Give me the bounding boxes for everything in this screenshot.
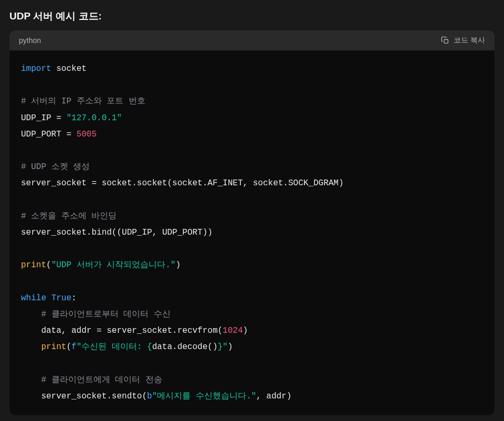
- section-heading: UDP 서버 예시 코드:: [9, 9, 495, 23]
- code-token: import: [21, 64, 51, 73]
- code-token: "UDP 서버가 시작되었습니다.": [51, 260, 176, 270]
- code-token: data.decode(): [152, 342, 218, 352]
- code-header: python 코드 복사: [9, 30, 495, 50]
- code-token: socket: [172, 178, 203, 188]
- code-token: ,: [152, 228, 162, 237]
- copy-code-button[interactable]: 코드 복사: [441, 36, 485, 45]
- code-token: UDP_PORT: [162, 228, 203, 237]
- code-token: data: [41, 326, 61, 335]
- code-token: "수신된 데이터:: [77, 342, 147, 352]
- code-token: ,: [243, 178, 253, 188]
- code-token: "127.0.0.1": [66, 113, 122, 123]
- code-token: }: [217, 342, 223, 352]
- code-token: ,: [256, 392, 266, 401]
- code-comment: # 클라이언트로부터 데이터 수신: [41, 310, 170, 319]
- code-token: server_socket: [21, 228, 87, 237]
- code-comment: # UDP 소켓 생성: [21, 162, 90, 172]
- code-token: ): [207, 228, 213, 237]
- code-token: (: [167, 178, 172, 188]
- code-token: ): [339, 178, 344, 188]
- code-token: ): [203, 228, 208, 237]
- code-token: socket: [253, 178, 284, 188]
- code-token: b: [147, 392, 152, 401]
- code-token: f: [71, 342, 77, 352]
- code-token: recvfrom: [177, 326, 218, 335]
- code-token: (: [46, 260, 51, 270]
- code-block: python 코드 복사 import socket # 서버의 IP 주소와 …: [9, 30, 495, 415]
- code-token: "메시지를 수신했습니다.": [152, 392, 256, 401]
- code-token: :: [71, 293, 77, 303]
- code-token: .: [283, 178, 288, 188]
- code-token: (: [142, 392, 147, 401]
- code-token: server_socket: [107, 326, 172, 335]
- code-token: ): [228, 342, 233, 352]
- code-token: ): [287, 392, 292, 401]
- code-comment: # 클라이언트에게 데이터 전송: [41, 375, 162, 385]
- code-token: =: [87, 178, 102, 188]
- code-token: UDP_IP: [122, 228, 152, 237]
- code-token: socket: [137, 178, 167, 188]
- code-comment: # 서버의 IP 주소와 포트 번호: [21, 97, 145, 106]
- code-token: ): [243, 326, 248, 335]
- code-token: print: [21, 260, 46, 270]
- copy-code-label: 코드 복사: [454, 36, 485, 45]
- code-token: 1024: [223, 326, 243, 335]
- code-token: .: [172, 326, 177, 335]
- code-token: socket: [102, 178, 132, 188]
- code-token: ,: [61, 326, 71, 335]
- code-token: AF_INET: [207, 178, 243, 188]
- copy-icon: [441, 36, 449, 45]
- code-token: {: [147, 342, 152, 352]
- code-token: print: [41, 342, 66, 352]
- code-token: =: [61, 130, 77, 139]
- code-token: server_socket: [41, 392, 107, 401]
- code-token: (: [217, 326, 223, 335]
- code-token: UDP_IP: [21, 113, 51, 123]
- code-token: (: [66, 342, 71, 352]
- code-token: UDP_PORT: [21, 130, 61, 139]
- code-token: .: [107, 392, 112, 401]
- code-token: while: [21, 293, 46, 303]
- code-token: sendto: [112, 392, 142, 401]
- code-token: .: [87, 228, 92, 237]
- code-token: =: [51, 113, 67, 123]
- code-token: =: [91, 326, 107, 335]
- code-token: .: [203, 178, 208, 188]
- code-token: bind: [91, 228, 111, 237]
- code-token: ): [175, 260, 181, 270]
- code-content[interactable]: import socket # 서버의 IP 주소와 포트 번호 UDP_IP …: [9, 50, 495, 415]
- code-token: ": [223, 342, 228, 352]
- language-label: python: [19, 36, 41, 45]
- svg-rect-0: [444, 39, 448, 43]
- code-token: addr: [266, 392, 286, 401]
- code-token: addr: [71, 326, 91, 335]
- code-token: 5005: [77, 130, 97, 139]
- code-token: socket: [56, 64, 87, 73]
- code-token: (: [112, 228, 117, 237]
- code-token: True: [51, 293, 71, 303]
- code-token: server_socket: [21, 178, 87, 188]
- code-token: .: [132, 178, 137, 188]
- code-comment: # 소켓을 주소에 바인딩: [21, 212, 117, 221]
- code-token: (: [117, 228, 122, 237]
- code-token: SOCK_DGRAM: [288, 178, 339, 188]
